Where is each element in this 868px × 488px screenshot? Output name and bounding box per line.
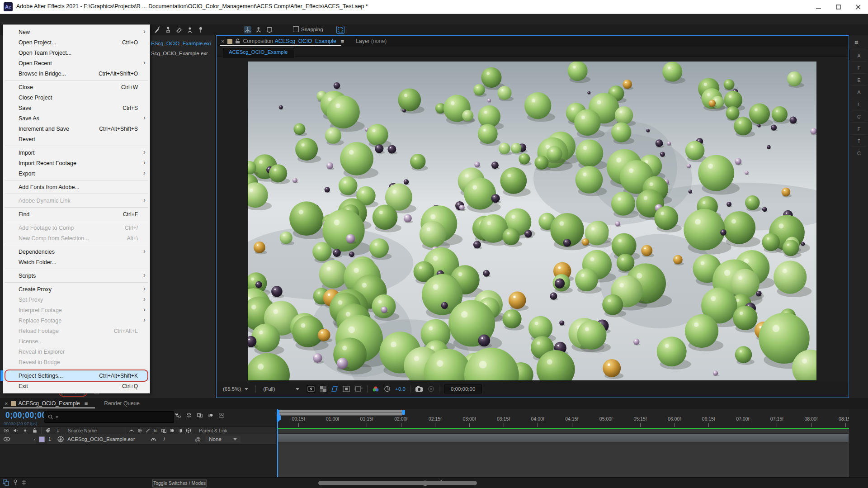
clone-stamp-tool-icon[interactable] xyxy=(165,26,172,33)
draft-3d-icon[interactable] xyxy=(186,412,192,418)
parent-link-dropdown[interactable]: None xyxy=(205,436,241,442)
file-menu-item-open-team-project[interactable]: Open Team Project... xyxy=(3,47,150,58)
fast-preview-icon[interactable] xyxy=(307,385,316,393)
puppet-pin-tool-icon[interactable] xyxy=(197,26,204,33)
panel-menu-icon[interactable]: ≡ xyxy=(85,400,88,407)
region-of-interest-icon[interactable] xyxy=(331,386,338,392)
show-snapshot-icon[interactable] xyxy=(428,386,434,392)
exposure-region-icon[interactable] xyxy=(354,386,363,392)
layer-duration-bar[interactable] xyxy=(277,433,849,442)
file-menu-item-import[interactable]: Import› xyxy=(3,147,150,158)
brush-tool-icon[interactable] xyxy=(154,26,161,33)
eye-icon[interactable] xyxy=(4,428,9,433)
lock-icon[interactable] xyxy=(235,38,240,44)
layer-tab[interactable]: Layer (none) xyxy=(356,38,387,44)
collapsed-panel-tab-0[interactable]: A xyxy=(851,49,867,62)
panel-menu-icon[interactable]: ≡ xyxy=(341,38,344,45)
viewer-timecode[interactable]: 0;00;00;00 xyxy=(444,384,482,393)
parent-pickwhip-icon[interactable]: @ xyxy=(195,436,201,443)
layer-quality-switch[interactable]: / xyxy=(164,436,165,442)
speaker-icon[interactable] xyxy=(13,428,19,433)
layer-source-name[interactable]: ACEScg_OCIO_Example.exr xyxy=(67,436,135,442)
fx-icon[interactable]: fx xyxy=(153,428,159,433)
collapsed-panel-tab-5[interactable]: C xyxy=(851,110,867,123)
brainstorm-icon[interactable] xyxy=(22,479,26,486)
file-menu-item-dependencies[interactable]: Dependencies› xyxy=(3,246,150,257)
file-menu-item-revert[interactable]: Revert xyxy=(3,134,150,144)
playhead-handle[interactable] xyxy=(277,415,281,420)
local-axis-mode-icon[interactable] xyxy=(244,26,251,33)
layer-label-color[interactable] xyxy=(39,436,45,442)
guides-grid-icon[interactable] xyxy=(343,386,350,392)
dock-menu-icon[interactable]: ≡ xyxy=(854,39,858,46)
close-tab-icon[interactable]: × xyxy=(5,400,8,407)
viewer-tab[interactable]: ACEScg_OCIO_Example xyxy=(222,47,294,58)
collapsed-panel-tab-2[interactable]: E xyxy=(851,73,867,86)
roto-brush-tool-icon[interactable] xyxy=(186,26,193,33)
file-menu-item-close[interactable]: CloseCtrl+W xyxy=(3,82,150,92)
eraser-tool-icon[interactable] xyxy=(175,26,183,33)
timeline-search-box[interactable] xyxy=(44,411,174,423)
world-axis-mode-icon[interactable] xyxy=(255,26,262,33)
layer-visibility-eye-icon[interactable] xyxy=(4,437,10,441)
file-menu-item-export[interactable]: Export› xyxy=(3,168,150,179)
expand-layers-icon[interactable] xyxy=(3,479,9,486)
work-area-bar[interactable] xyxy=(277,410,849,415)
comp-mini-flowchart-icon[interactable] xyxy=(175,412,181,418)
file-menu-item-browse-in-bridge[interactable]: Browse in Bridge...Ctrl+Alt+Shift+O xyxy=(3,68,150,79)
collapsed-panel-tab-6[interactable]: F xyxy=(851,122,867,135)
file-menu-item-save-as[interactable]: Save As› xyxy=(3,113,150,123)
snapping-toggle[interactable]: Snapping xyxy=(293,26,323,32)
exposure-value[interactable]: +0.0 xyxy=(395,386,406,392)
composition-viewport[interactable] xyxy=(248,62,816,380)
frame-blend-icon[interactable] xyxy=(161,428,167,433)
collapsed-panel-tab-4[interactable]: L xyxy=(851,98,867,110)
quality-icon[interactable] xyxy=(145,428,151,433)
timeline-tab[interactable]: ACEScg_OCIO_Example xyxy=(19,400,80,407)
mask-visibility-icon[interactable] xyxy=(337,26,344,33)
source-name-column-header[interactable]: Source Name xyxy=(68,428,97,433)
graph-editor-icon[interactable] xyxy=(219,412,224,418)
file-menu-item-save[interactable]: SaveCtrl+S xyxy=(3,103,150,113)
horizontal-scrollbar-thumb[interactable] xyxy=(318,481,477,485)
render-queue-tab[interactable]: Render Queue xyxy=(104,400,140,407)
work-area-end-handle[interactable] xyxy=(402,410,405,415)
file-menu-item-create-proxy[interactable]: Create Proxy› xyxy=(3,284,150,294)
file-menu-item-open-project[interactable]: Open Project...Ctrl+O xyxy=(3,37,150,47)
file-menu-item-open-recent[interactable]: Open Recent› xyxy=(3,58,150,68)
collapsed-panel-tab-1[interactable]: F xyxy=(851,61,867,74)
file-menu-item-import-recent-footage[interactable]: Import Recent Footage› xyxy=(3,158,150,168)
file-menu-item-project-settings[interactable]: Project Settings...Ctrl+Alt+Shift+K xyxy=(3,370,150,381)
collapsed-panel-tab-7[interactable]: T xyxy=(851,134,867,147)
maximize-button[interactable] xyxy=(828,0,848,14)
snapping-checkbox[interactable] xyxy=(293,26,299,32)
frame-blending-icon[interactable] xyxy=(197,412,203,418)
project-item[interactable]: Scg_OCIO_Example.exr xyxy=(151,51,208,56)
exposure-aperture-icon[interactable] xyxy=(384,386,391,392)
resolution-dropdown[interactable]: (Full) xyxy=(260,385,302,393)
magnification-dropdown[interactable]: (65.5%) xyxy=(220,385,251,393)
current-time-display[interactable]: 0;00;00;00 xyxy=(5,411,47,420)
adjustment-icon[interactable] xyxy=(178,428,183,433)
solo-icon[interactable] xyxy=(23,428,28,433)
file-menu-item-scripts[interactable]: Scripts› xyxy=(3,270,150,281)
file-menu-item-add-fonts-from-adobe[interactable]: Add Fonts from Adobe... xyxy=(3,182,150,192)
file-menu-item-close-project[interactable]: Close Project xyxy=(3,92,150,103)
close-tab-icon[interactable]: × xyxy=(221,38,225,45)
motion-blur-icon[interactable] xyxy=(208,412,213,418)
file-menu-item-exit[interactable]: ExitCtrl+Q xyxy=(3,381,150,391)
number-column-header[interactable]: # xyxy=(57,428,60,433)
file-menu-item-watch-folder[interactable]: Watch Folder... xyxy=(3,257,150,267)
file-menu-item-increment-and-save[interactable]: Increment and SaveCtrl+Alt+Shift+S xyxy=(3,123,150,134)
snapshot-camera-icon[interactable] xyxy=(415,386,423,392)
lock-icon[interactable] xyxy=(32,428,38,433)
layer-row[interactable]: › 1 ACEScg_OCIO_Example.exr / @ None xyxy=(0,434,276,445)
minimize-button[interactable] xyxy=(808,0,828,14)
project-item-selected[interactable]: EScg_OCIO_Example.exi xyxy=(151,41,211,46)
collapsed-panel-tab-3[interactable]: A xyxy=(851,85,867,98)
shy-icon[interactable] xyxy=(129,428,134,433)
view-axis-mode-icon[interactable] xyxy=(266,26,273,33)
keyframe-nav-icon[interactable] xyxy=(13,479,18,486)
collapsed-panel-tab-8[interactable]: C xyxy=(851,147,867,159)
transparency-grid-icon[interactable] xyxy=(320,386,326,392)
